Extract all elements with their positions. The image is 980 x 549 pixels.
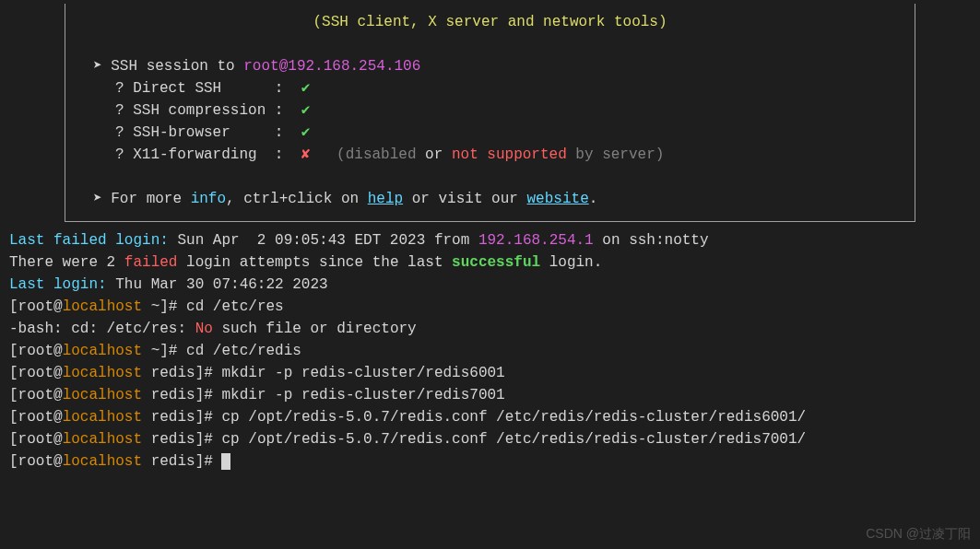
login-attempts: There were 2 failed login attempts since… — [9, 251, 971, 274]
cursor — [221, 453, 230, 470]
ssh-session-line: ➤ SSH session to root@192.168.254.106 — [65, 55, 915, 77]
watermark: CSDN @过凌丁阳 — [866, 524, 971, 543]
check-icon: ✔ — [301, 124, 311, 141]
check-ssh-compression: ? SSH compression : ✔ — [65, 99, 915, 122]
prompt-line: [root@localhost ~]# cd /etc/res — [9, 296, 971, 318]
prompt-line: [root@localhost redis]# mkdir -p redis-c… — [9, 362, 971, 384]
cross-icon: ✘ — [301, 146, 311, 163]
last-failed-login: Last failed login: Sun Apr 2 09:05:43 ED… — [9, 229, 971, 251]
prompt-line: [root@localhost ~]# cd /etc/redis — [9, 340, 971, 362]
prompt-line: [root@localhost redis]# mkdir -p redis-c… — [9, 384, 971, 406]
help-link[interactable]: help — [368, 191, 403, 207]
last-login: Last login: Thu Mar 30 07:46:22 2023 — [9, 274, 971, 296]
check-icon: ✔ — [301, 102, 311, 119]
banner-footer: ➤ For more info, ctrl+click on help or v… — [65, 188, 915, 210]
prompt-line: [root@localhost redis]# cp /opt/redis-5.… — [9, 406, 971, 428]
banner-subtitle: (SSH client, X server and network tools) — [65, 11, 915, 33]
website-link[interactable]: website — [527, 191, 589, 207]
check-ssh-browser: ? SSH-browser : ✔ — [65, 122, 915, 144]
terminal-window[interactable]: (SSH client, X server and network tools)… — [0, 0, 980, 476]
command-history: [root@localhost ~]# cd /etc/res-bash: cd… — [9, 296, 971, 473]
blank-line — [65, 33, 915, 55]
check-x11-forwarding: ? X11-forwarding : ✘ (disabled or not su… — [65, 144, 915, 166]
prompt-line: [root@localhost redis]# cp /opt/redis-5.… — [9, 428, 971, 450]
blank-line — [65, 166, 915, 188]
prompt-line: [root@localhost redis]# — [9, 450, 971, 473]
ssh-banner-box: (SSH client, X server and network tools)… — [65, 4, 915, 222]
check-direct-ssh: ? Direct SSH : ✔ — [65, 77, 915, 99]
error-line: -bash: cd: /etc/res: No such file or dir… — [9, 318, 971, 340]
check-icon: ✔ — [301, 80, 311, 97]
